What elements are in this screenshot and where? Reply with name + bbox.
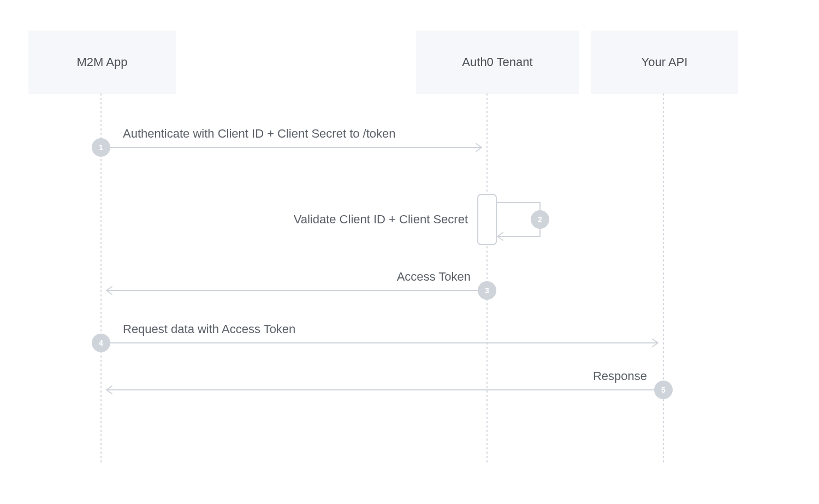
step-number: 5	[661, 386, 666, 394]
message-label: Validate Client ID + Client Secret	[294, 212, 468, 226]
step-number: 4	[99, 339, 103, 347]
message-3: Access Token3	[106, 270, 496, 300]
message-5: Response5	[106, 369, 673, 399]
message-label: Request data with Access Token	[123, 322, 295, 336]
actor-label-c: Your API	[642, 55, 688, 69]
step-number: 2	[538, 215, 542, 224]
message-label: Access Token	[397, 270, 471, 283]
actor-label-a: M2M App	[77, 55, 128, 69]
message-1: Authenticate with Client ID + Client Sec…	[92, 127, 482, 157]
message-label: Authenticate with Client ID + Client Sec…	[123, 127, 396, 140]
message-4: Request data with Access Token4	[92, 322, 658, 352]
actor-label-b: Auth0 Tenant	[462, 55, 532, 69]
step-number: 3	[485, 286, 489, 295]
message-2: Validate Client ID + Client Secret2	[294, 194, 549, 245]
message-label: Response	[593, 369, 647, 383]
activation-box	[478, 194, 496, 245]
sequence-diagram: M2M AppAuth0 TenantYour APIAuthenticate …	[0, 0, 819, 504]
step-number: 1	[99, 143, 103, 152]
